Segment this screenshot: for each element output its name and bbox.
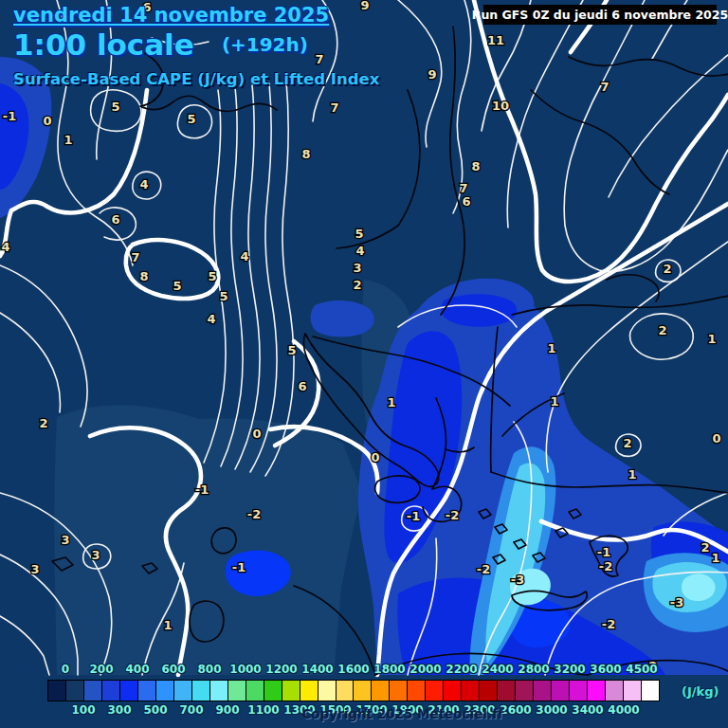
colorbar-swatch — [498, 681, 516, 701]
contour-label: 5 — [219, 289, 228, 303]
colorbar-swatch — [516, 681, 534, 701]
scale-tick-label: 1000 — [229, 663, 261, 676]
colorbar-swatch — [48, 681, 66, 701]
contour-label: -1 — [195, 482, 209, 497]
colorbar-swatch — [337, 681, 355, 701]
scale-tick-label: 500 — [143, 703, 167, 717]
contour-label: -1 — [3, 109, 16, 123]
contour-label: 6 — [462, 194, 470, 209]
contour-label: 1 — [163, 618, 172, 632]
colorbar-swatch — [138, 681, 156, 701]
contour-label: 6 — [298, 379, 306, 393]
colorbar-swatch — [174, 681, 192, 701]
contour-label: -2 — [599, 559, 612, 573]
contour-label: 5 — [355, 227, 363, 241]
contour-label: 1 — [550, 394, 558, 409]
contour-label: 3 — [91, 548, 100, 562]
contour-label: 5 — [173, 279, 181, 293]
contour-label: 6 — [111, 212, 119, 227]
scale-tick-label: 2000 — [410, 663, 441, 676]
contour-label: -1 — [407, 509, 420, 523]
contour-label: -2 — [247, 507, 261, 521]
colorbar-swatch — [120, 681, 138, 701]
cape-color-scale — [47, 680, 660, 701]
colorbar-swatch — [102, 681, 120, 701]
scale-tick-label: 300 — [107, 703, 131, 717]
colorbar-swatch — [588, 681, 606, 701]
colorbar-swatch — [84, 681, 102, 701]
scale-tick-label: 4500 — [626, 663, 657, 676]
colorbar-swatch — [426, 681, 444, 701]
contour-label: 8 — [139, 269, 148, 283]
contour-label: 7 — [131, 250, 139, 264]
cape-lifted-index-map[interactable]: 699117971057-105184876647854543255456010… — [0, 0, 728, 728]
colorbar-swatch — [318, 681, 337, 701]
contour-label: 1 — [64, 133, 72, 147]
contour-label: 10 — [492, 99, 509, 113]
contour-label: 7 — [459, 181, 467, 195]
contour-label: 1 — [711, 551, 719, 565]
contour-label: 5 — [287, 343, 296, 357]
scale-tick-label: 200 — [89, 663, 113, 676]
valid-date: vendredi 14 novembre 2025 — [13, 4, 379, 27]
contour-label: 1 — [628, 467, 636, 482]
colorbar-swatch — [444, 681, 462, 701]
scale-tick-label: 1800 — [373, 663, 405, 676]
map-header: vendredi 14 novembre 2025 1:00 locale (+… — [13, 4, 379, 88]
scale-tick-label: 2400 — [482, 663, 513, 676]
contour-label: 4 — [139, 177, 148, 191]
contour-label: 2 — [353, 278, 361, 292]
contour-label: 3 — [61, 533, 69, 547]
colorbar-swatch — [642, 681, 659, 701]
scale-tick-label: 1600 — [337, 663, 369, 676]
contour-label: 2 — [701, 540, 709, 555]
scale-tick-label: 700 — [179, 703, 203, 717]
contour-label: 4 — [207, 312, 215, 326]
copyright-text: Copyright 2025 Meteociel.fr — [301, 706, 503, 721]
contour-label: -2 — [477, 562, 490, 576]
colorbar-swatch — [66, 681, 84, 701]
parameter-subtitle: Surface-Based CAPE (J/kg) et Lifted Inde… — [13, 70, 379, 88]
scale-tick-label: 400 — [125, 663, 149, 676]
contour-label: 1 — [387, 395, 395, 410]
colorbar-swatch — [156, 681, 174, 701]
colorbar-swatch — [390, 681, 408, 701]
contour-label: 5 — [187, 112, 195, 126]
scale-tick-label: 4000 — [608, 703, 639, 717]
contour-label: 2 — [623, 436, 631, 450]
scale-tick-label: 2800 — [518, 663, 549, 676]
colorbar-swatch — [282, 681, 300, 701]
contour-label: 2 — [39, 416, 47, 430]
colorbar-swatch — [570, 681, 588, 701]
colorbar-swatch — [462, 681, 480, 701]
forecast-offset: (+192h) — [222, 33, 308, 56]
scale-tick-label: 0 — [62, 663, 69, 676]
colorbar-swatch — [228, 681, 246, 701]
contour-label: -3 — [511, 573, 524, 587]
contour-label: -2 — [602, 617, 615, 631]
scale-tick-label: 100 — [71, 703, 95, 717]
scale-tick-label: 3000 — [536, 703, 567, 717]
colorbar-swatch — [264, 681, 282, 701]
colorbar-swatch — [192, 681, 210, 701]
contour-label: 0 — [252, 427, 261, 441]
contour-label: -1 — [597, 545, 610, 559]
contour-label: 3 — [30, 562, 39, 576]
contour-label: 7 — [600, 80, 609, 94]
contour-label: 8 — [301, 147, 310, 161]
valid-time-row: 1:00 locale (+192h) — [13, 27, 379, 62]
contour-label: 0 — [712, 431, 720, 446]
contour-label: -3 — [670, 595, 683, 610]
contour-label: 8 — [471, 159, 480, 173]
scale-tick-label: 3600 — [590, 663, 621, 676]
scale-tick-label: 1400 — [301, 663, 333, 676]
scale-tick-label: 600 — [161, 663, 185, 676]
contour-label: 1 — [707, 332, 716, 346]
contour-label: 4 — [240, 249, 248, 264]
contour-label: -2 — [446, 508, 459, 522]
contour-label: 3 — [353, 261, 361, 275]
contour-label: 4 — [1, 240, 9, 254]
scale-tick-label: 3200 — [554, 663, 585, 676]
contour-label: 11 — [487, 33, 504, 47]
scale-tick-label: 1100 — [247, 703, 279, 717]
